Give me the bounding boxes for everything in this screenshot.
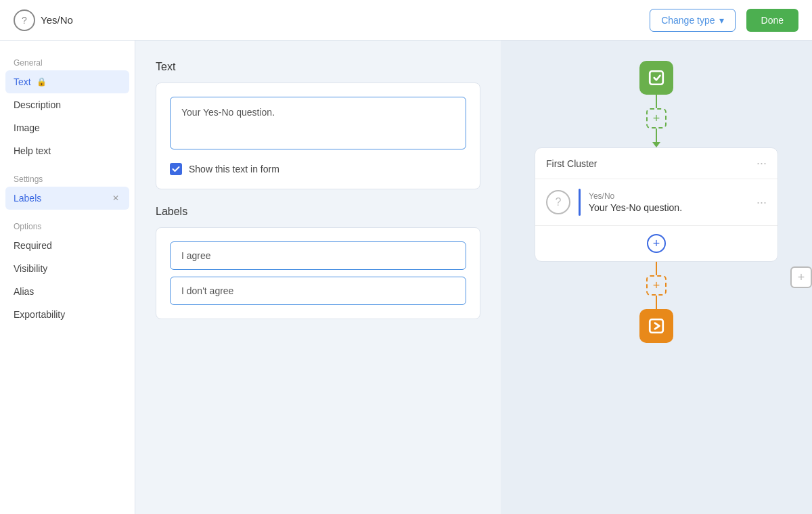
question-bar <box>579 189 581 216</box>
question-menu-button[interactable]: ··· <box>757 195 767 210</box>
content-area: Text Show this text in form Labels <box>135 41 501 514</box>
show-in-form-checkbox[interactable] <box>170 163 182 175</box>
cluster-add-row: + <box>535 226 777 261</box>
sidebar-item-visibility[interactable]: Visibility <box>0 257 135 280</box>
sidebar: General Text 🔒 Description Image Help te… <box>0 41 135 514</box>
right-panel: + First Cluster ··· ? Yes/No Your Yes-No… <box>501 41 812 514</box>
close-icon[interactable]: ✕ <box>110 193 121 204</box>
sidebar-item-labels[interactable]: Labels ✕ <box>5 187 129 210</box>
labels-section-title: Labels <box>156 206 480 218</box>
change-type-label: Change type <box>661 15 715 26</box>
sidebar-item-help-text[interactable]: Help text <box>0 139 135 162</box>
sidebar-item-alias-label: Alias <box>14 286 34 297</box>
bottom-connector: + <box>646 262 667 309</box>
sidebar-item-required[interactable]: Required <box>0 234 135 257</box>
cluster-add-button[interactable]: + <box>647 234 666 253</box>
svg-rect-1 <box>650 319 663 333</box>
done-button[interactable]: Done <box>746 9 798 32</box>
change-type-button[interactable]: Change type ▾ <box>650 9 735 32</box>
label2-input[interactable] <box>170 277 466 305</box>
text-card: Show this text in form <box>156 83 480 189</box>
add-node-button-top[interactable]: + <box>646 108 667 128</box>
connector-line-bottom-top <box>656 262 657 275</box>
text-section-title: Text <box>156 61 480 73</box>
connector-line-bottom-bot <box>656 296 657 309</box>
edge-add-button[interactable]: + <box>790 266 812 288</box>
connector-line-top <box>656 95 657 108</box>
cluster-menu-button[interactable]: ··· <box>757 156 767 170</box>
sidebar-item-text-label: Text <box>14 76 31 87</box>
main-layout: General Text 🔒 Description Image Help te… <box>0 41 812 514</box>
general-section-label: General <box>0 54 135 70</box>
sidebar-item-exportability-label: Exportability <box>14 309 65 320</box>
sidebar-item-description[interactable]: Description <box>0 93 135 116</box>
label1-input[interactable] <box>170 241 466 270</box>
sidebar-item-exportability[interactable]: Exportability <box>0 303 135 326</box>
settings-section-label: Settings <box>0 170 135 187</box>
flow-container: + First Cluster ··· ? Yes/No Your Yes-No… <box>514 54 798 343</box>
chevron-down-icon: ▾ <box>719 15 724 26</box>
add-node-button-bottom[interactable]: + <box>646 275 667 296</box>
connector-line-mid <box>656 128 657 142</box>
sidebar-item-visibility-label: Visibility <box>14 263 47 274</box>
question-type-label: Yes/No <box>589 191 748 201</box>
lock-icon: 🔒 <box>37 77 47 87</box>
arrow-down-icon <box>652 142 660 147</box>
start-node[interactable] <box>639 61 673 95</box>
page-title: Yes/No <box>41 14 73 26</box>
labels-card <box>156 227 480 319</box>
cluster-title: First Cluster <box>546 158 597 169</box>
sidebar-item-required-label: Required <box>14 240 52 251</box>
header-logo: ? Yes/No <box>14 9 73 31</box>
sidebar-item-alias[interactable]: Alias <box>0 280 135 303</box>
question-type-icon: ? <box>546 190 570 214</box>
sidebar-item-image[interactable]: Image <box>0 116 135 139</box>
question-text-input[interactable] <box>170 97 466 149</box>
question-row: ? Yes/No Your Yes-No question. ··· <box>535 179 777 226</box>
cluster-header: First Cluster ··· <box>535 148 777 179</box>
sidebar-item-text[interactable]: Text 🔒 <box>5 70 129 93</box>
sidebar-item-description-label: Description <box>14 99 61 110</box>
sidebar-item-image-label: Image <box>14 122 40 133</box>
sidebar-item-help-text-label: Help text <box>14 145 51 156</box>
show-in-form-label[interactable]: Show this text in form <box>189 164 279 174</box>
show-in-form-row: Show this text in form <box>170 163 466 175</box>
question-text-display: Your Yes-No question. <box>589 202 748 213</box>
options-section-label: Options <box>0 218 135 234</box>
question-content: Yes/No Your Yes-No question. <box>589 191 748 213</box>
svg-rect-0 <box>650 71 663 85</box>
sidebar-item-labels-label: Labels <box>14 193 41 204</box>
top-connector: + <box>646 95 667 147</box>
cluster-card: First Cluster ··· ? Yes/No Your Yes-No q… <box>535 147 778 262</box>
end-node[interactable] <box>639 309 673 343</box>
logo-icon: ? <box>14 9 35 31</box>
header: ? Yes/No Change type ▾ Done <box>0 0 812 41</box>
